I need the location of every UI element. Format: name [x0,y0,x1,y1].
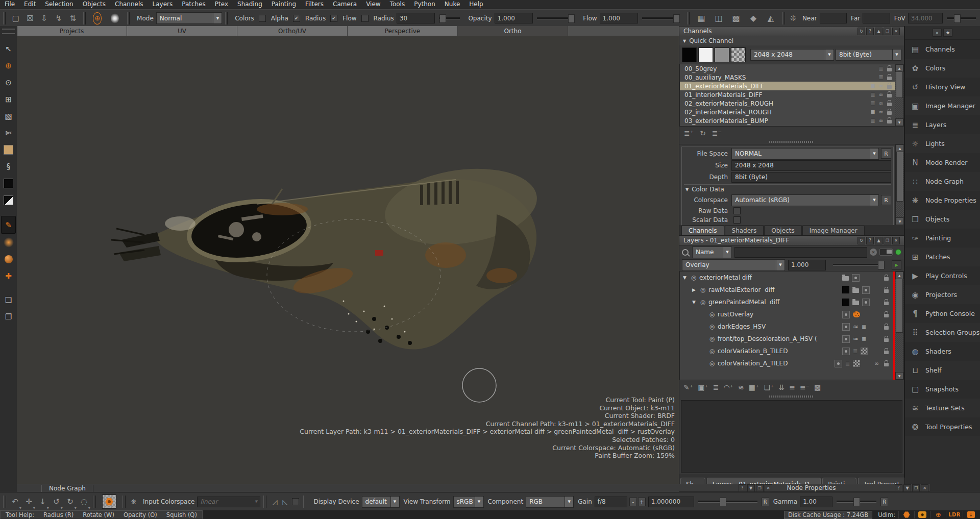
chain-icon[interactable]: ∞ [877,100,885,107]
tool-button[interactable] [0,234,17,251]
collapse-icon[interactable]: ▲ [875,237,883,244]
viewport-tab[interactable]: Perspective [348,26,458,36]
scrollbar-thumb[interactable] [896,152,903,202]
viewport-tab[interactable]: Projects [17,26,127,36]
flow-input[interactable]: 1.000 [600,13,638,23]
channel-op-button[interactable]: ≣⁺ [684,129,694,137]
visibility-eye-icon[interactable]: ◎ [708,311,716,318]
scroll-down-icon[interactable]: ▼ [896,217,904,225]
sidebar-item[interactable]: ▣ Image Manager [905,96,980,115]
gamma-slider-knob[interactable] [853,498,860,506]
menu-item[interactable]: Patches [177,0,210,9]
close-icon[interactable]: ✕ [892,28,900,35]
tool-button[interactable]: ↖ [0,40,17,57]
quick-channel-size-select[interactable]: 2048 x 2048 ▼ [750,49,834,61]
adjustment-curves-icon[interactable]: ≈ [853,324,859,329]
expander-icon[interactable]: ▶ [692,287,699,292]
ldr-status-icon[interactable]: LDR [946,511,963,518]
menu-item[interactable]: Nuke [440,0,465,9]
viewport-tab[interactable]: Ortho/UV [237,26,348,36]
layer-row[interactable]: ▼ ◎ greenPaintedMetal diff ≈ ≣ ∞ [680,296,903,308]
folder-icon[interactable] [842,275,849,281]
target-icon[interactable] [842,311,850,318]
viewport-canvas[interactable]: Current Tool: Paint (P)Current Object: k… [17,36,679,484]
toolbar-grip[interactable] [782,12,785,24]
project-file-button[interactable]: ▢ [9,12,23,24]
clear-filter-icon[interactable]: ✕ [870,249,877,256]
channel-row[interactable]: 01_exteriorMaterials_DIFF ≣ ∞ [680,82,903,90]
sidebar-item[interactable]: ◍ Shaders [905,342,980,361]
paint-through-option-checkbox[interactable]: ✓ [259,15,266,22]
lock-icon[interactable] [882,300,890,305]
scroll-down-icon[interactable]: ▼ [895,372,903,380]
view-mode-button[interactable]: ◫ [710,12,727,24]
target-icon[interactable] [842,335,850,343]
depth-field[interactable]: 8bit (Byte) [731,172,891,183]
tool-button[interactable]: ❏ [0,291,17,308]
mari-hexagon-toggle[interactable] [102,495,116,509]
opacity-slider-knob[interactable] [568,14,575,23]
target-icon[interactable] [852,274,860,282]
project-file-button[interactable]: ☒ [23,12,37,24]
lock-icon[interactable] [882,312,890,317]
visibility-eye-icon[interactable]: ◎ [708,360,716,367]
color-curve-icon[interactable]: ◿ [270,497,280,507]
dock-tab[interactable]: Shaders [725,226,764,235]
splitter-handle[interactable] [679,140,904,144]
lock-icon[interactable] [885,101,893,106]
tool-button[interactable]: ⊕ [0,57,17,74]
blend-slider-knob[interactable] [878,261,885,269]
collapse-icon[interactable]: ▼ [903,484,911,492]
add-status-icon[interactable]: ⊕ [930,511,946,518]
layer-stack-icon[interactable]: ≣ [869,83,877,89]
toolbar-grip[interactable] [83,12,86,24]
project-file-button[interactable]: ⇅ [66,12,80,24]
scroll-up-icon[interactable]: ▲ [895,271,903,279]
paint-palette-icon[interactable] [853,311,860,317]
layer-row[interactable]: ▶ ◎ rawMetalExterior diff ≈ ≣ ∞ [680,284,903,296]
layer-op-button[interactable]: ⇊ [778,383,785,391]
close-icon[interactable]: ✕ [765,484,772,492]
sidebar-item[interactable]: ☼ Lights [905,134,980,153]
layer-stack-icon[interactable]: ≣ [869,109,877,115]
filter-mode-select[interactable]: Name ▼ [692,246,732,258]
scalar-data-checkbox[interactable]: ✓ [733,216,741,224]
brush-tip-preview[interactable] [111,13,119,24]
sidebar-item[interactable]: ❋ Node Properties [905,191,980,210]
dock-icon[interactable]: ❐ [884,28,891,35]
sidebar-item[interactable]: ✿ Colors [905,59,980,78]
adjustment-stack-icon[interactable]: ≣ [845,360,850,367]
adjustment-curves-icon[interactable]: ≈ [853,336,859,341]
menu-item[interactable]: Filters [301,0,328,9]
menu-item[interactable]: Ptex [210,0,233,9]
chain-icon[interactable]: ∞ [877,109,885,115]
toolbar-grip[interactable] [122,496,126,508]
lock-icon[interactable] [882,324,890,330]
lock-icon[interactable] [885,83,893,89]
help-icon[interactable]: ? [739,484,746,492]
flow-slider[interactable] [642,17,680,19]
menu-item[interactable]: Python [409,0,440,9]
tool-button[interactable]: ⊞ [0,91,17,108]
nav-tool-button[interactable]: ↺▼ [51,496,62,508]
toolbar-grip[interactable] [127,12,130,24]
toolbar-grip[interactable] [2,29,15,34]
gamma-slider[interactable] [837,501,876,503]
menu-item[interactable]: Edit [19,0,40,9]
adjustment-stack-icon[interactable]: ≣ [853,348,857,355]
gear-icon[interactable]: ❋ [129,497,139,507]
scroll-down-icon[interactable]: ▼ [895,118,903,126]
float-panel-icon[interactable]: ↻ [857,28,865,35]
tool-button[interactable]: ✄ [0,125,17,141]
visibility-eye-icon[interactable]: ◎ [699,286,707,293]
help-icon[interactable]: ? [866,28,874,35]
tool-button[interactable] [0,175,17,192]
sidebar-item[interactable]: ≋ Texture Sets [905,399,980,417]
channel-row[interactable]: 02_interiorMaterials_ROUGH ≣ ∞ [680,108,903,116]
visibility-eye-icon[interactable]: ◎ [708,323,716,330]
menu-item[interactable]: Camera [328,0,361,9]
tool-button[interactable]: ❐ [0,308,17,325]
toolbar-grip[interactable] [93,496,96,508]
help-icon[interactable]: ? [866,237,874,244]
sidebar-item[interactable]: N Modo Render [905,153,980,172]
